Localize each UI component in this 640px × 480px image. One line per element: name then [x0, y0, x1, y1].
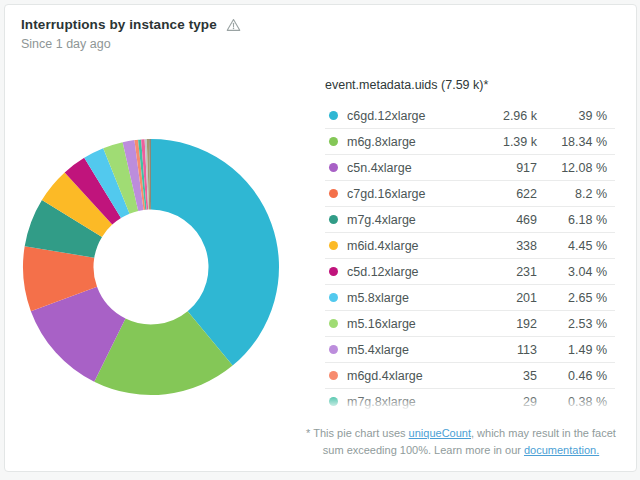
legend-table: c6gd.12xlarge2.96 k39 %m6g.8xlarge1.39 k… [325, 103, 615, 409]
series-percent: 4.45 % [537, 239, 607, 253]
series-count: 113 [465, 343, 537, 357]
series-percent: 1.49 % [537, 343, 607, 357]
legend-row[interactable]: m6g.8xlarge1.39 k18.34 % [325, 129, 615, 155]
legend-row[interactable]: c5n.4xlarge91712.08 % [325, 155, 615, 181]
legend-row[interactable]: m7g.8xlarge290.38 % [325, 389, 615, 409]
legend-row[interactable]: m6gd.4xlarge350.46 % [325, 363, 615, 389]
legend-row[interactable]: c7gd.16xlarge6228.2 % [325, 181, 615, 207]
series-label: m5.16xlarge [347, 317, 465, 331]
series-count: 1.39 k [465, 135, 537, 149]
series-color-dot [329, 371, 338, 380]
legend-row[interactable]: m5.4xlarge1131.49 % [325, 337, 615, 363]
series-color-dot [329, 345, 338, 354]
footnote-text: * This pie chart uses [306, 427, 409, 439]
series-percent: 18.34 % [537, 135, 607, 149]
time-range-label: Since 1 day ago [21, 37, 241, 51]
widget-title: Interruptions by instance type [21, 17, 217, 32]
series-color-dot [329, 215, 338, 224]
series-count: 917 [465, 161, 537, 175]
series-count: 2.96 k [465, 109, 537, 123]
legend-row[interactable]: m7g.4xlarge4696.18 % [325, 207, 615, 233]
legend-row[interactable]: c6gd.12xlarge2.96 k39 % [325, 103, 615, 129]
footnote: * This pie chart uses uniqueCount, which… [305, 425, 617, 459]
warning-triangle-icon[interactable] [226, 18, 241, 32]
documentation-link[interactable]: documentation. [524, 444, 599, 456]
series-color-dot [329, 137, 338, 146]
series-percent: 6.18 % [537, 213, 607, 227]
series-count: 338 [465, 239, 537, 253]
series-count: 29 [465, 395, 537, 409]
series-label: m7g.8xlarge [347, 395, 465, 409]
page-background: Interruptions by instance type Since 1 d… [0, 0, 640, 480]
legend-header: event.metadata.uids (7.59 k)* [325, 78, 615, 92]
series-count: 192 [465, 317, 537, 331]
series-label: m6g.8xlarge [347, 135, 465, 149]
series-percent: 3.04 % [537, 265, 607, 279]
series-percent: 0.46 % [537, 369, 607, 383]
series-color-dot [329, 319, 338, 328]
series-color-dot [329, 267, 338, 276]
donut-chart[interactable] [11, 127, 291, 407]
legend-panel: event.metadata.uids (7.59 k)* c6gd.12xla… [325, 78, 615, 409]
chart-widget-card: Interruptions by instance type Since 1 d… [4, 4, 637, 472]
series-percent: 39 % [537, 109, 607, 123]
uniquecount-link[interactable]: uniqueCount [409, 427, 471, 439]
series-percent: 12.08 % [537, 161, 607, 175]
series-count: 469 [465, 213, 537, 227]
series-label: m6gd.4xlarge [347, 369, 465, 383]
series-count: 231 [465, 265, 537, 279]
widget-header: Interruptions by instance type Since 1 d… [21, 17, 241, 51]
series-percent: 8.2 % [537, 187, 607, 201]
series-color-dot [329, 189, 338, 198]
series-label: c5d.12xlarge [347, 265, 465, 279]
series-color-dot [329, 293, 338, 302]
legend-row[interactable]: c5d.12xlarge2313.04 % [325, 259, 615, 285]
series-label: c7gd.16xlarge [347, 187, 465, 201]
series-count: 622 [465, 187, 537, 201]
series-label: c5n.4xlarge [347, 161, 465, 175]
series-color-dot [329, 163, 338, 172]
series-color-dot [329, 397, 338, 406]
series-percent: 0.38 % [537, 395, 607, 409]
series-label: c6gd.12xlarge [347, 109, 465, 123]
series-color-dot [329, 111, 338, 120]
series-label: m7g.4xlarge [347, 213, 465, 227]
legend-row[interactable]: m6id.4xlarge3384.45 % [325, 233, 615, 259]
series-label: m6id.4xlarge [347, 239, 465, 253]
legend-row[interactable]: m5.8xlarge2012.65 % [325, 285, 615, 311]
series-label: m5.4xlarge [347, 343, 465, 357]
series-color-dot [329, 241, 338, 250]
series-count: 201 [465, 291, 537, 305]
legend-row[interactable]: m5.16xlarge1922.53 % [325, 311, 615, 337]
series-count: 35 [465, 369, 537, 383]
series-label: m5.8xlarge [347, 291, 465, 305]
series-percent: 2.65 % [537, 291, 607, 305]
series-percent: 2.53 % [537, 317, 607, 331]
